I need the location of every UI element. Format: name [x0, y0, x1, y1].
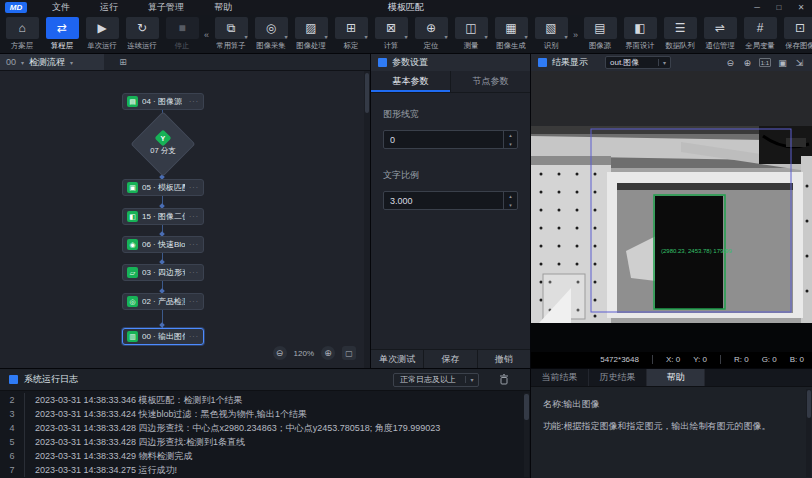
undo-button[interactable]: 撤销 — [477, 350, 530, 368]
communication-icon: ⇌ — [715, 21, 725, 35]
tab-help[interactable]: 帮助 — [647, 369, 705, 386]
node-more-icon[interactable]: ··· — [189, 333, 199, 340]
one-to-one-icon[interactable]: 1:1 — [759, 58, 771, 67]
scrollbar-thumb[interactable] — [365, 73, 369, 113]
measurement-button[interactable]: ◫▾ 测量 — [452, 17, 490, 51]
image-source-button[interactable]: ▤ 图像源 — [581, 17, 619, 51]
communication-button[interactable]: ⇌ 通信管理 — [701, 17, 739, 51]
node-more-icon[interactable]: ··· — [189, 298, 199, 305]
run-once-button[interactable]: ▶ 单次运行 — [83, 17, 121, 51]
log-scrollbar[interactable] — [524, 393, 529, 477]
flow-canvas[interactable]: ▤ 04 · 图像源 ··· Y 07 分支 ▣ 05 · 模板匹配 ··· — [0, 71, 370, 368]
flow-node-branch[interactable]: Y 07 分支 — [130, 111, 195, 176]
data-queue-button[interactable]: ☰ 数据队列 — [661, 17, 699, 51]
node-more-icon[interactable]: ··· — [189, 241, 199, 248]
save-image-button[interactable]: ⊡ 保存图像 — [781, 17, 812, 51]
result-title: 结果显示 — [552, 56, 588, 69]
add-flow-button[interactable]: ⊞ — [114, 57, 132, 67]
tab-basic-params[interactable]: 基本参数 — [371, 71, 451, 92]
help-content: 名称:输出图像 功能:根据指定图像和指定图元，输出绘制有图元的图像。 — [531, 387, 812, 444]
close-icon[interactable]: ✕ — [790, 3, 812, 12]
recognition-button[interactable]: ▧▾ 识别 — [532, 17, 570, 51]
run-continuous-button[interactable]: ↻ 连续运行 — [123, 17, 161, 51]
image-capture-button[interactable]: ◎▾ 图像采集 — [252, 17, 290, 51]
tab-current-result[interactable]: 当前结果 — [531, 369, 589, 386]
image-processing-button[interactable]: ▨▾ 图像处理 — [292, 17, 330, 51]
spin-down-icon[interactable]: ▾ — [504, 201, 517, 210]
pixel-grid-icon[interactable]: ▣ — [777, 58, 788, 68]
image-source-node-icon: ▤ — [127, 96, 138, 107]
flow-node-product-detect[interactable]: ◎ 02 · 产品检测 ··· — [122, 293, 204, 310]
flow-node-image-source[interactable]: ▤ 04 · 图像源 ··· — [122, 93, 204, 110]
collapse-left-icon[interactable]: « — [204, 30, 209, 40]
flow-node-blob-filter[interactable]: ◉ 06 · 快速Blob过滤 ··· — [122, 236, 204, 253]
menu-run[interactable]: 运行 — [85, 0, 133, 15]
fullscreen-icon[interactable]: ⇲ — [794, 58, 805, 68]
single-test-button[interactable]: 单次测试 — [371, 350, 423, 368]
flow-node-template-match[interactable]: ▣ 05 · 模板匹配 ··· — [122, 179, 204, 196]
zoom-in-icon[interactable]: ⊕ — [321, 346, 335, 360]
flow-scrollbar[interactable] — [364, 71, 370, 368]
minimize-icon[interactable]: ─ — [746, 3, 768, 12]
flow-node-output-image[interactable]: ▥ 00 · 输出图像 ··· — [122, 328, 204, 345]
text-scale-stepper[interactable]: ▴ ▾ — [503, 192, 517, 209]
spin-up-icon[interactable]: ▴ — [504, 192, 517, 201]
clear-log-button[interactable] — [499, 374, 509, 385]
maximize-icon[interactable]: □ — [768, 3, 790, 12]
log-rows: 2 2023-03-31 14:38:33.346 模板匹配：检测到1个结果 3… — [0, 391, 530, 478]
scrollbar-thumb[interactable] — [524, 394, 529, 420]
line-width-input[interactable] — [384, 131, 503, 148]
locating-button[interactable]: ⊕▾ 定位 — [412, 17, 450, 51]
image-status-bar: 5472*3648 X: 0 Y: 0 R: 0 G: 0 B: 0 — [531, 351, 812, 368]
menu-help[interactable]: 帮助 — [199, 0, 247, 15]
dropdown-caret-icon: ▾ — [565, 33, 568, 40]
params-title: 参数设置 — [392, 56, 428, 69]
image-generation-button[interactable]: ▦▾ 图像生成 — [492, 17, 530, 51]
menu-operator-management[interactable]: 算子管理 — [133, 0, 199, 15]
line-width-stepper[interactable]: ▴ ▾ — [503, 131, 517, 148]
node-more-icon[interactable]: ··· — [189, 213, 199, 220]
node-more-icon[interactable]: ··· — [189, 98, 199, 105]
process-layer-button[interactable]: ⇄ 算程层 — [43, 17, 81, 51]
result-toolbar: ⊖ ⊕ 1:1 ▣ ⇲ — [725, 58, 805, 68]
node-more-icon[interactable]: ··· — [189, 184, 199, 191]
tab-history-result[interactable]: 历史结果 — [589, 369, 647, 386]
flow-node-binarize[interactable]: ◧ 15 · 图像二值化 ··· — [122, 208, 204, 225]
trash-icon — [499, 374, 509, 385]
titlebar: MD 文件 运行 算子管理 帮助 模板匹配 ─ □ ✕ — [0, 0, 812, 15]
result-image-viewport[interactable]: (2980.23, 2453.78) 179.99 — [531, 71, 812, 351]
image-zoom-in-icon[interactable]: ⊕ — [742, 58, 753, 68]
scrollbar-thumb[interactable] — [807, 390, 811, 418]
binarize-node-icon: ◧ — [127, 211, 138, 222]
spin-down-icon[interactable]: ▾ — [504, 140, 517, 149]
node-more-icon[interactable]: ··· — [189, 269, 199, 276]
save-button[interactable]: 保存 — [423, 350, 476, 368]
stop-icon: ■ — [178, 21, 185, 35]
scheme-layer-button[interactable]: ⌂ 方案层 — [3, 17, 41, 51]
log-filter-select[interactable]: 正常日志及以上 ▾ — [393, 373, 479, 387]
flow-node-quad-find[interactable]: ▱ 03 · 四边形查找 ··· — [122, 264, 204, 281]
zoom-fit-icon[interactable]: ▢ — [342, 346, 356, 360]
image-capture-icon: ◎ — [266, 21, 276, 35]
calibration-button[interactable]: ⊞▾ 标定 — [332, 17, 370, 51]
flow-tab[interactable]: 00 ▾ 检测流程 ▾ — [0, 54, 104, 70]
collapse-right-icon[interactable]: » — [573, 30, 578, 40]
common-operators-button[interactable]: ⧉▾ 常用算子 — [212, 17, 250, 51]
help-scrollbar[interactable] — [806, 389, 811, 477]
stop-button[interactable]: ■ 停止 — [163, 17, 201, 51]
menu-file[interactable]: 文件 — [37, 0, 85, 15]
log-row: 5 2023-03-31 14:38:33.428 四边形查找:检测到1条直线 — [0, 435, 530, 449]
zoom-out-icon[interactable]: ⊖ — [273, 346, 287, 360]
spin-up-icon[interactable]: ▴ — [504, 131, 517, 140]
global-variables-button[interactable]: # 全局变量 — [741, 17, 779, 51]
zoom-level: 120% — [294, 349, 314, 358]
text-scale-input[interactable] — [384, 192, 503, 209]
result-source-select[interactable]: out.图像 ▾ — [605, 56, 671, 69]
tab-node-params[interactable]: 节点参数 — [451, 71, 530, 92]
ui-design-button[interactable]: ◧ 界面设计 — [621, 17, 659, 51]
log-title: 系统运行日志 — [24, 373, 78, 386]
global-variables-icon: # — [757, 21, 764, 35]
cursor-y: Y: 0 — [693, 355, 707, 364]
calculation-button[interactable]: ⊠▾ 计算 — [372, 17, 410, 51]
image-zoom-out-icon[interactable]: ⊖ — [725, 58, 736, 68]
